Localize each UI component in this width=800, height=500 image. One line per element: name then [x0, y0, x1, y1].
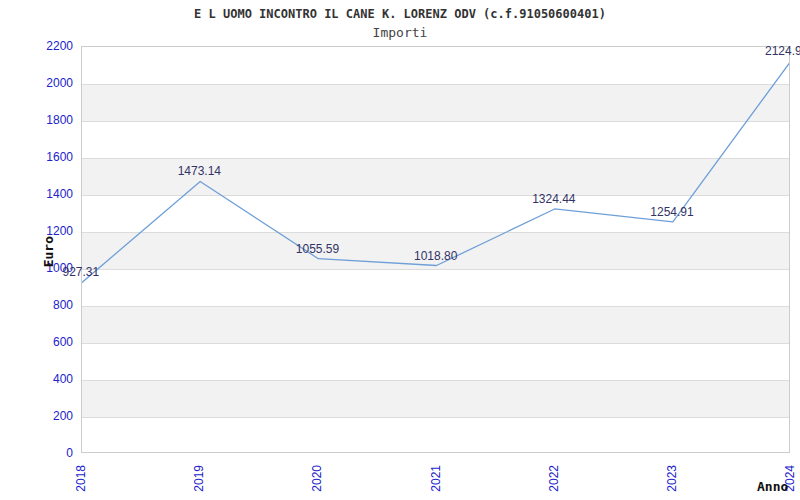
y-tick-label: 400 — [0, 372, 73, 386]
data-point-label: 1055.59 — [296, 242, 339, 256]
x-tick-label: 2019 — [192, 465, 206, 492]
y-tick-label: 600 — [0, 335, 73, 349]
data-point-label: 1018.80 — [414, 249, 457, 263]
data-point-label: 1254.91 — [650, 205, 693, 219]
x-axis-title: Anno — [757, 479, 788, 494]
y-tick-label: 0 — [0, 446, 73, 460]
x-tick-label: 2018 — [74, 465, 88, 492]
x-tick-label: 2020 — [310, 465, 324, 492]
x-tick-label: 2022 — [547, 465, 561, 492]
x-tick-label: 2021 — [429, 465, 443, 492]
y-tick-label: 2000 — [0, 76, 73, 90]
y-tick-label: 1400 — [0, 187, 73, 201]
x-tick-label: 2023 — [665, 465, 679, 492]
y-tick-label: 200 — [0, 409, 73, 423]
data-point-label: 1473.14 — [178, 164, 221, 178]
y-tick-label: 1600 — [0, 150, 73, 164]
data-point-label: 1324.44 — [532, 192, 575, 206]
y-tick-label: 1200 — [0, 224, 73, 238]
chart-title: E L UOMO INCONTRO IL CANE K. LORENZ ODV … — [0, 7, 800, 21]
y-tick-label: 2200 — [0, 39, 73, 53]
data-point-label: 927.31 — [63, 265, 100, 279]
data-point-label: 2124.9 — [765, 44, 800, 58]
y-tick-label: 800 — [0, 298, 73, 312]
chart-subtitle: Importi — [0, 25, 800, 40]
chart-canvas: E L UOMO INCONTRO IL CANE K. LORENZ ODV … — [0, 0, 800, 500]
y-tick-label: 1800 — [0, 113, 73, 127]
y-axis-title: Euro — [41, 236, 56, 267]
